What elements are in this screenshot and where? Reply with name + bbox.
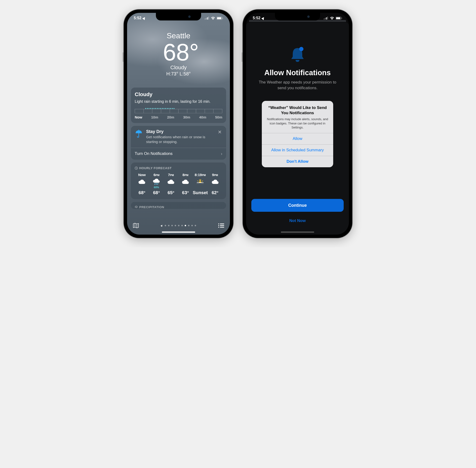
minute-card-desc: Light rain starting in 6 min, lasting fo…: [135, 100, 222, 104]
alert-scheduled-summary-button[interactable]: Allow in Scheduled Summary: [262, 145, 333, 156]
rain-intensity-dots: [145, 108, 175, 109]
precip-heading: PRECIPITATION: [131, 202, 226, 209]
svg-line-11: [158, 183, 158, 185]
svg-rect-5: [217, 17, 221, 19]
svg-point-31: [299, 47, 303, 51]
list-icon[interactable]: [218, 223, 224, 228]
hour-col: 8:19PM - Sunset: [193, 173, 208, 195]
cloud-icon: [138, 179, 145, 184]
battery-icon: [336, 17, 342, 20]
svg-rect-21: [220, 225, 224, 226]
hourly-row: Now - 68° 6PM 60% 68° 7PM -: [135, 173, 222, 195]
cloud-icon: [167, 179, 175, 184]
notch: [156, 13, 201, 20]
cloud-rain-icon: [153, 179, 160, 185]
svg-line-10: [156, 183, 157, 185]
svg-rect-29: [336, 17, 340, 19]
weather-content[interactable]: Seattle 68° Cloudy H:73° L:58° Cloudy Li…: [127, 13, 230, 234]
hour-col: 6PM 60% 68°: [149, 173, 164, 195]
wifi-icon: [330, 17, 334, 20]
svg-rect-26: [326, 17, 327, 19]
svg-rect-3: [208, 17, 209, 19]
svg-point-22: [218, 227, 219, 228]
svg-rect-6: [223, 18, 223, 19]
condition-label: Cloudy: [127, 64, 230, 71]
svg-rect-0: [205, 19, 205, 19]
umbrella-small-icon: [135, 205, 138, 209]
cloud-icon: [212, 179, 219, 184]
wifi-icon: [211, 17, 215, 20]
cloud-icon: [182, 179, 189, 184]
minute-card-title: Cloudy: [135, 91, 222, 98]
home-indicator[interactable]: [281, 232, 314, 233]
svg-rect-23: [220, 227, 224, 228]
stay-dry-card: Stay Dry Get notifications when rain or …: [131, 126, 226, 160]
hour-col: Now - 68°: [135, 173, 149, 195]
stay-dry-desc: Get notifications when rain or snow is s…: [146, 135, 214, 145]
home-indicator[interactable]: [162, 232, 195, 233]
phone-weather: 5:52 Seattle 68° Cloudy H:73° L:58° Clou…: [124, 10, 233, 238]
svg-rect-13: [196, 183, 204, 184]
status-time: 5:52: [253, 16, 260, 20]
bell-icon: [289, 46, 306, 63]
phone-permission: 5:52 Allow Notifications The Weather app…: [243, 10, 352, 238]
notch: [275, 13, 320, 20]
hourly-forecast-card[interactable]: HOURLY FORECAST Now - 68° 6PM 60% 68°: [131, 162, 226, 199]
alert-title: “Weather” Would Like to Send You Notific…: [266, 105, 329, 116]
hourly-heading: HOURLY FORECAST: [135, 166, 222, 170]
close-icon[interactable]: ✕: [217, 129, 222, 135]
hour-col: 9PM - 62°: [208, 173, 222, 195]
precipitation-card[interactable]: PRECIPITATION: [131, 202, 226, 209]
svg-rect-27: [327, 17, 328, 19]
svg-rect-25: [325, 18, 326, 19]
system-permission-alert: “Weather” Would Like to Send You Notific…: [262, 101, 333, 167]
svg-rect-19: [220, 224, 224, 224]
stay-dry-title: Stay Dry: [146, 129, 214, 134]
turn-on-label: Turn On Notifications: [135, 151, 173, 156]
allow-subtitle: The Weather app needs your permission to…: [255, 79, 340, 91]
allow-title: Allow Notifications: [264, 69, 331, 77]
svg-rect-24: [324, 19, 324, 19]
rain-timeline: Now 10m 20m 30m 40m 50m: [135, 109, 222, 119]
minute-rain-card[interactable]: Cloudy Light rain starting in 6 min, las…: [131, 88, 226, 123]
svg-point-18: [218, 223, 219, 224]
svg-rect-30: [342, 18, 342, 19]
current-temp: 68°: [132, 40, 230, 64]
alert-dont-allow-button[interactable]: Don't Allow: [262, 156, 333, 167]
timeline-labels: Now 10m 20m 30m 40m 50m: [135, 115, 222, 119]
location-services-icon: [142, 16, 146, 20]
battery-icon: [217, 17, 223, 20]
turn-on-notifications-button[interactable]: Turn On Notifications ›: [131, 148, 226, 160]
alert-message: Notifications may include alerts, sounds…: [266, 117, 329, 130]
alert-allow-button[interactable]: Allow: [262, 133, 333, 145]
clock-icon: [135, 167, 138, 170]
svg-rect-1: [206, 18, 207, 19]
svg-line-16: [197, 181, 198, 181]
sunset-icon: [196, 179, 204, 184]
chevron-right-icon: ›: [221, 151, 222, 156]
cellular-icon: [205, 17, 209, 19]
hour-col: 8PM - 63°: [178, 173, 193, 195]
page-indicator[interactable]: [161, 225, 196, 227]
status-time: 5:52: [134, 16, 141, 20]
location-services-icon: [261, 16, 265, 20]
svg-line-9: [155, 183, 155, 185]
cellular-icon: [324, 17, 328, 19]
hour-col: 7PM - 65°: [164, 173, 178, 195]
hi-lo-label: H:73° L:58°: [127, 71, 230, 77]
svg-point-20: [218, 225, 219, 226]
svg-rect-2: [207, 17, 208, 19]
map-icon[interactable]: [133, 223, 139, 228]
umbrella-icon: [135, 130, 142, 138]
svg-line-17: [202, 181, 203, 181]
current-conditions: Seattle 68° Cloudy H:73° L:58°: [127, 25, 230, 77]
